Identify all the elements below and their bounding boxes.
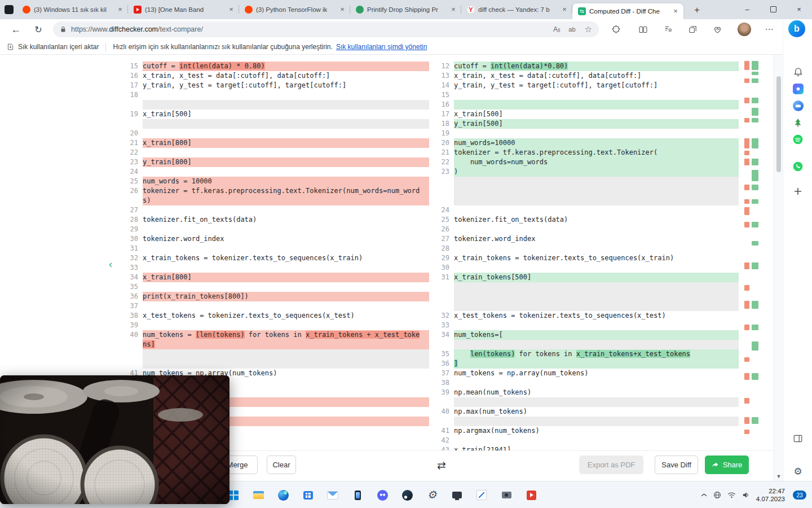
line-code: tokenizer = tf.keras.preprocessing.text.… [454,148,739,157]
line-code: x_test_tokens = tokenizer.texts_to_seque… [454,311,739,321]
import-favorites-button[interactable]: Sık kullanılanları içeri aktar [18,43,99,51]
clear-button[interactable]: Clear [267,456,296,474]
diff-minimap[interactable] [743,59,760,454]
steam-icon[interactable] [400,488,414,502]
media-app-icon[interactable] [524,488,538,502]
split-screen-icon[interactable] [634,19,652,40]
vertical-scrollbar[interactable]: ▼ [774,55,783,481]
browser-tab[interactable]: (13) [One Man Band× [128,0,239,19]
tab-close-icon[interactable]: × [116,5,125,14]
minimap-mark [744,430,749,434]
settings-icon[interactable] [425,488,439,502]
favorites-hub-icon[interactable] [659,19,677,40]
minimap-mark [752,78,758,83]
bing-sidebar-icon[interactable]: b [788,20,805,37]
scroll-down-arrow[interactable]: ▼ [774,474,783,479]
minimap-mark [744,185,749,190]
manage-favorites-link[interactable]: Sık kullanılanları şimdi yönetin [336,43,427,51]
extensions-icon[interactable] [607,19,625,40]
line-number: 36 [433,359,454,369]
line-code [454,205,739,215]
swap-sides-icon[interactable]: ⇄ [429,457,454,474]
line-number: 35 [433,349,454,359]
line-code [143,301,429,311]
whatsapp-icon[interactable] [791,159,805,174]
diff-line: 39 [121,321,429,330]
browser-essentials-icon[interactable] [708,19,726,40]
tab-actions-icon[interactable] [5,5,14,14]
minimize-button[interactable]: – [734,0,760,19]
line-code: y_train, y_test = target[:cutoff], targe… [454,81,739,90]
minimap-mark [752,118,758,122]
tab-close-icon[interactable]: × [560,5,569,14]
tab-title: Computed Diff - Diff Che [589,8,668,15]
browser-tab[interactable]: (3) Python TensorFlow ik× [239,0,350,19]
line-number: 39 [433,388,454,397]
export-pdf-button[interactable]: Export as PDF [579,456,643,474]
more-menu-icon[interactable]: ⋯ [760,19,778,40]
close-button[interactable]: × [786,0,812,19]
address-bar[interactable]: https://www.diffchecker.com/text-compare… [53,21,599,37]
pip-video[interactable] [0,375,230,504]
back-button[interactable]: ← [7,19,25,40]
monitor-icon[interactable] [450,488,464,502]
favorite-star-icon[interactable]: ☆ [585,24,592,34]
explorer-icon[interactable] [251,488,265,502]
read-aloud-icon[interactable]: A)) [553,25,559,33]
line-number [121,349,143,359]
designer-icon[interactable] [791,81,805,96]
minimap-mark [752,417,758,424]
diff-line: 19x_train[500] [121,110,429,119]
save-diff-button[interactable]: Save Diff [655,456,698,474]
discord-icon[interactable] [376,488,389,502]
camera-icon[interactable] [500,488,513,502]
line-number: 34 [433,330,454,340]
browser-tab[interactable]: (3) Windows 11 sık sık kil× [17,0,128,19]
scrollbar-thumb[interactable] [776,76,781,172]
line-code [454,90,739,100]
volume-icon[interactable] [742,491,750,499]
line-code: num_words = 10000 [143,177,429,186]
line-number: 36 [121,292,143,301]
tree-icon[interactable] [791,115,805,130]
tab-close-icon[interactable]: × [338,5,347,14]
collections-icon[interactable] [683,19,701,40]
bell-icon[interactable] [791,64,805,79]
panel-icon[interactable] [791,431,805,446]
line-number: 28 [433,244,454,253]
network-globe-icon[interactable] [713,491,721,499]
games-icon[interactable] [791,98,805,113]
share-button[interactable]: Share [705,456,749,474]
maximize-button[interactable] [760,0,786,19]
edge-icon[interactable] [276,488,290,502]
tab-close-icon[interactable]: × [449,5,458,14]
browser-tab[interactable]: Printify Drop Shipping Pr× [350,0,461,19]
line-code [454,282,739,292]
browser-toolbar: ← ↻ https://www.diffchecker.com/text-com… [0,19,783,40]
browser-tab[interactable]: Computed Diff - Diff Che× [572,3,683,19]
phone-link-icon[interactable] [351,488,364,502]
taskbar-clock[interactable]: 22:47 4.07.2023 [756,487,785,503]
tab-close-icon[interactable]: × [227,5,236,14]
add-icon[interactable] [791,184,805,199]
spotify-icon[interactable] [791,132,805,147]
mail-icon[interactable] [326,488,339,502]
minimap-mark [744,222,749,227]
collapse-pane-chevron[interactable]: ‹ [109,259,112,269]
task-manager-icon[interactable] [475,488,488,502]
browser-tab[interactable]: diff check — Yandex: 7 b× [461,0,572,19]
diff-line [433,397,739,407]
settings-gear-icon[interactable]: ⚙ [791,464,805,479]
diff-line: 26tokenizer = tf.keras.preprocessing.tex… [121,186,429,196]
profile-avatar[interactable] [735,19,753,40]
refresh-button[interactable]: ↻ [29,19,47,40]
new-tab-button[interactable]: + [690,4,704,16]
line-code [454,397,739,407]
tab-close-icon[interactable]: × [671,7,680,16]
translate-icon[interactable]: ab [568,26,575,33]
minimap-mark [752,241,758,246]
wifi-icon[interactable] [727,492,736,498]
store-icon[interactable] [301,488,315,502]
notification-count-badge[interactable]: 23 [793,491,806,500]
chevron-up-icon[interactable] [701,493,707,497]
